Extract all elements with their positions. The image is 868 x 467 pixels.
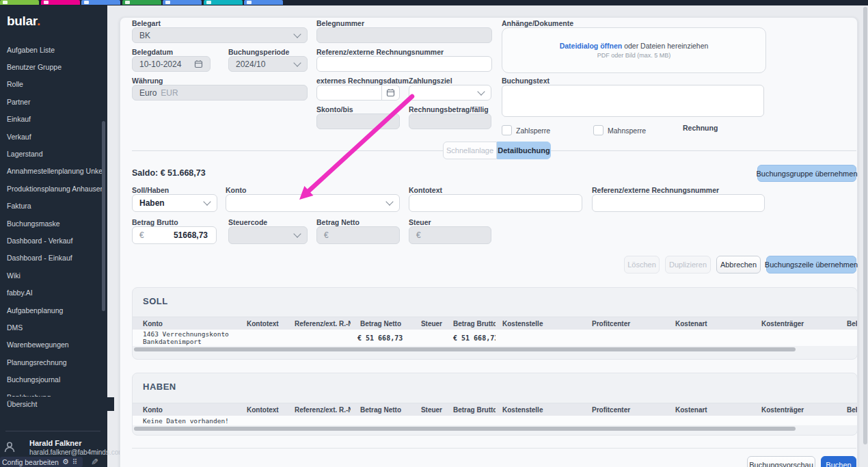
duplizieren-button[interactable]: Duplizieren: [665, 256, 711, 273]
belegart-select[interactable]: BK: [132, 27, 308, 43]
sidebar-item[interactable]: Einkauf: [0, 111, 107, 128]
tab-schnellanlage[interactable]: Schnellanlage: [443, 142, 497, 159]
zahlungsziel-select[interactable]: [409, 85, 491, 101]
sidebar-item[interactable]: Rolle: [0, 76, 107, 93]
soll-table-row[interactable]: 1463 Verrechnungskonto Bankdatenimport €…: [133, 330, 858, 346]
browser-tab[interactable]: [0, 0, 39, 5]
sidebar-item[interactable]: Buchungsmaske: [0, 215, 107, 232]
horizontal-scrollbar[interactable]: [134, 427, 796, 431]
sidebar-item[interactable]: Warenbewegungen: [0, 336, 107, 353]
file-dialog-link[interactable]: Dateidialog öffnen: [560, 42, 623, 50]
cell-betrag-brutto: € 51 668,73: [446, 334, 496, 342]
sidebar-scrollbar[interactable]: [102, 121, 105, 311]
steuercode-select[interactable]: [228, 226, 308, 244]
column-header: Kostenstelle: [496, 406, 585, 414]
belegnummer-label: Belegnummer: [316, 19, 364, 27]
sidebar-item[interactable]: Planungsrechnung: [0, 353, 107, 371]
betrag-brutto-input[interactable]: €51668,73: [132, 226, 217, 244]
referenz2-input[interactable]: [592, 194, 765, 212]
belegart-label: Belegart: [132, 19, 161, 27]
sidebar-item[interactable]: Aufgaben Liste: [0, 41, 107, 58]
dropzone-text: oder Dateien hereinziehen: [622, 42, 708, 50]
browser-tab[interactable]: [204, 0, 243, 5]
belegnummer-input[interactable]: [316, 27, 492, 43]
chevron-down-icon: [293, 30, 301, 38]
buchungsgruppe-uebernehmen-button[interactable]: Buchungsgruppe übernehmen: [757, 165, 856, 182]
sidebar-nav: Aufgaben ListeBenutzer GruppeRollePartne…: [0, 41, 107, 397]
belegdatum-input[interactable]: 10-10-2024: [132, 56, 211, 72]
horizontal-scrollbar[interactable]: [134, 347, 796, 351]
sidebar-item[interactable]: DMS: [0, 319, 107, 336]
browser-tab[interactable]: [81, 0, 120, 5]
sidebar-item-uebersicht[interactable]: Übersicht: [0, 397, 114, 411]
sidebar-item[interactable]: Dashboard - Verkauf: [0, 232, 107, 249]
browser-tab[interactable]: [122, 0, 161, 5]
soll-title: SOLL: [143, 296, 168, 306]
saldo-text: Saldo: € 51.668,73: [132, 168, 206, 178]
calendar-button[interactable]: [381, 85, 399, 100]
referenz-input[interactable]: [316, 56, 492, 72]
column-header: Kostenart: [668, 320, 755, 328]
chevron-down-icon: [293, 230, 301, 237]
cell-betrag-netto: € 51 668,73: [351, 334, 405, 342]
loeschen-button[interactable]: Löschen: [624, 256, 660, 273]
column-header: Konto: [133, 320, 240, 328]
kontotext-input[interactable]: [409, 194, 582, 212]
abbrechen-button[interactable]: Abbrechen: [716, 256, 761, 273]
sidebar-item[interactable]: Produktionsplanung Anhausen: [0, 180, 107, 197]
favicon-icon: [84, 1, 89, 4]
konto-label: Konto: [226, 186, 246, 194]
rechnungsbetrag-input[interactable]: [409, 114, 491, 129]
sidebar-item[interactable]: Benutzer Gruppe: [0, 58, 107, 75]
column-header: Kostenträger: [755, 320, 840, 328]
sidebar-item[interactable]: Verkauf: [0, 128, 107, 145]
buchungsvorschau-button[interactable]: Buchungsvorschau: [747, 456, 815, 467]
page-scrollbar[interactable]: [863, 7, 867, 444]
sollhaben-select[interactable]: Haben: [132, 194, 217, 212]
waehrung-input[interactable]: EuroEUR: [132, 85, 308, 101]
calendar-icon: [194, 59, 203, 68]
haben-title: HABEN: [143, 382, 176, 392]
mahnsperre-checkbox[interactable]: [593, 125, 603, 135]
sidebar-item[interactable]: Aufgabenplanung: [0, 302, 107, 319]
sidebar-item[interactable]: Buchungsjournal: [0, 371, 107, 388]
column-header: Betrag Brutto: [446, 406, 496, 414]
attachments-dropzone[interactable]: Dateidialog öffnen oder Dateien hereinzi…: [502, 27, 766, 73]
tab-detailbuchung[interactable]: Detailbuchung: [497, 142, 551, 159]
browser-tab[interactable]: [163, 0, 202, 5]
buchungstext-textarea[interactable]: [502, 85, 764, 117]
ext-rechnungsdatum-input[interactable]: [316, 85, 400, 101]
buchungsperiode-label: Buchungsperiode: [228, 48, 289, 56]
sidebar-item[interactable]: Bankbuchung: [0, 388, 107, 397]
config-edit-label: Config bearbeiten: [2, 458, 59, 466]
referenz-label: Referenz/externe Rechnungsnummer: [316, 48, 444, 56]
sidebar-item[interactable]: Lagerstand: [0, 145, 107, 162]
betrag-netto-input[interactable]: €: [316, 226, 400, 244]
sidebar: bular. Aufgaben ListeBenutzer GruppeRoll…: [0, 5, 107, 467]
column-header: Profitcenter: [585, 406, 668, 414]
sidebar-item[interactable]: Wiki: [0, 267, 107, 284]
buchungszeile-uebernehmen-button[interactable]: Buchungszeile übernehmen: [766, 256, 856, 273]
zahlungsziel-label: Zahlungsziel: [409, 77, 452, 85]
haben-empty-row: Keine Daten vorhanden!: [133, 416, 857, 425]
zahlsperre-checkbox[interactable]: [502, 125, 512, 135]
skonto-input[interactable]: [316, 114, 400, 129]
browser-tab[interactable]: [244, 0, 283, 5]
empty-row-message: Keine Daten vorhanden!: [143, 417, 229, 425]
config-edit-button[interactable]: Config bearbeiten ⚙ ⠿: [0, 457, 83, 467]
rechnung-label: Rechnung: [683, 124, 718, 132]
sidebar-item[interactable]: Partner: [0, 93, 107, 110]
sidebar-item[interactable]: fabby.AI: [0, 284, 107, 301]
buchen-button[interactable]: Buchen: [821, 456, 856, 467]
sidebar-item[interactable]: Dashboard - Einkauf: [0, 250, 107, 267]
konto-select[interactable]: [226, 194, 400, 212]
pencil-icon[interactable]: ✎: [91, 457, 98, 467]
belegdatum-label: Belegdatum: [132, 48, 173, 56]
steuer-input[interactable]: €: [409, 226, 491, 244]
buchungsperiode-select[interactable]: 2024/10: [228, 56, 308, 72]
browser-tab[interactable]: [41, 0, 80, 5]
zahlsperre-label: Zahlsperre: [516, 126, 550, 135]
sidebar-item[interactable]: Annahmestellenplanung Unkel: [0, 163, 107, 180]
footer-divider: [132, 448, 856, 449]
sidebar-item[interactable]: Faktura: [0, 198, 107, 215]
